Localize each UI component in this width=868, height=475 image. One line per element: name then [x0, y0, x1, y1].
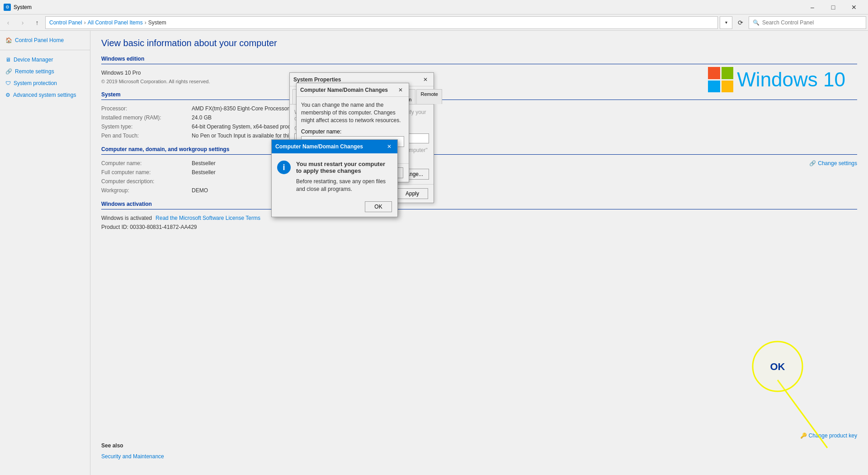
system-section-header: System	[101, 91, 857, 100]
see-also-section: See also Security and Maintenance	[101, 442, 164, 461]
name-changes-title-bar: Computer Name/Domain Changes ✕	[297, 83, 409, 97]
refresh-button[interactable]: ⟳	[734, 16, 747, 29]
sidebar-item-advanced-settings[interactable]: ⚙ Advanced system settings	[0, 89, 90, 101]
processor-row: Processor: AMD FX(tm)-8350 Eight-Core Pr…	[101, 105, 857, 112]
page-title: View basic information about your comput…	[101, 38, 857, 48]
workgroup-label: Workgroup:	[101, 187, 192, 194]
activation-section-header: Windows activation	[101, 201, 857, 209]
sidebar-system-protection-label: System protection	[14, 80, 57, 86]
workgroup-value: DEMO	[192, 187, 208, 194]
sys-props-title: System Properties	[293, 76, 341, 83]
home-icon: 🏠	[5, 37, 12, 43]
computer-name-row: Computer name: Bestseller	[101, 160, 857, 166]
workgroup-row: Workgroup: DEMO	[101, 187, 857, 194]
sidebar-device-manager-label: Device Manager	[14, 57, 53, 63]
change-settings-icon: 🔗	[809, 160, 816, 166]
change-product-key-link[interactable]: 🔑 Change product key	[800, 432, 857, 439]
name-changes-title: Computer Name/Domain Changes	[300, 87, 388, 93]
forward-button[interactable]: ›	[16, 16, 29, 29]
sidebar-advanced-settings-label: Advanced system settings	[13, 92, 76, 98]
see-also-title: See also	[101, 442, 164, 449]
alert-text-block: You must restart your computer to apply …	[296, 161, 392, 193]
breadcrumb-control-panel[interactable]: Control Panel	[49, 19, 82, 26]
change-product-key-area: 🔑 Change product key	[800, 432, 857, 439]
processor-label: Processor:	[101, 105, 192, 112]
back-button[interactable]: ‹	[2, 16, 14, 29]
maximize-button[interactable]: □	[823, 0, 844, 14]
computer-name-label: Computer name:	[101, 160, 192, 166]
copyright-text: © 2019 Microsoft Corporation. All rights…	[101, 79, 210, 84]
pen-touch-label: Pen and Touch:	[101, 133, 192, 139]
sys-props-apply-btn[interactable]: Apply	[396, 188, 428, 199]
windows-10-text: Windows 10	[737, 68, 845, 91]
computer-name-section-header: Computer name, domain, and workgroup set…	[101, 146, 857, 155]
window-icon: ⚙	[4, 4, 11, 11]
computer-name-value: Bestseller	[192, 160, 216, 166]
remote-settings-icon: 🔗	[5, 68, 12, 75]
address-bar: ‹ › ↑ Control Panel › All Control Panel …	[0, 14, 868, 31]
alert-footer: OK	[272, 199, 397, 217]
sidebar-item-device-manager[interactable]: 🖥 Device Manager	[0, 54, 90, 66]
key-icon: 🔑	[800, 432, 807, 439]
breadcrumb-system: System	[148, 19, 166, 26]
alert-body: i You must restart your computer to appl…	[272, 153, 397, 199]
computer-description-label: Computer description:	[101, 178, 192, 185]
sidebar-item-system-protection[interactable]: 🛡 System protection	[0, 77, 90, 89]
alert-dialog: Computer Name/Domain Changes ✕ i You mus…	[271, 139, 398, 217]
search-input[interactable]	[762, 19, 862, 26]
system-type-row: System type: 64-bit Operating System, x6…	[101, 124, 857, 130]
content-area: View basic information about your comput…	[90, 31, 868, 475]
ram-label: Installed memory (RAM):	[101, 114, 192, 121]
change-product-key-label: Change product key	[809, 432, 857, 439]
up-button[interactable]: ↑	[31, 16, 43, 29]
sidebar-separator	[0, 50, 90, 50]
sidebar: 🏠 Control Panel Home 🖥 Device Manager 🔗 …	[0, 31, 90, 475]
ram-value: 24.0 GB	[192, 114, 212, 121]
alert-sub-message: Before restarting, save any open files a…	[296, 178, 392, 193]
alert-info-icon: i	[277, 161, 291, 174]
tab-remote[interactable]: Remote	[416, 89, 442, 104]
system-type-value: 64-bit Operating System, x64-based proce…	[192, 124, 304, 130]
window-title: System	[14, 4, 32, 10]
name-changes-description: You can change the name and the membersh…	[301, 101, 404, 124]
ram-row: Installed memory (RAM): 24.0 GB	[101, 114, 857, 121]
sys-props-close-btn[interactable]: ✕	[421, 75, 430, 84]
logo-sq-2	[722, 67, 734, 79]
search-box: 🔍	[749, 16, 866, 29]
dropdown-button[interactable]: ▾	[720, 16, 732, 29]
advanced-settings-icon: ⚙	[5, 92, 10, 98]
title-bar-controls: – □ ✕	[802, 0, 864, 14]
product-id-row: Product ID: 00330-80831-41872-AA429	[101, 224, 857, 230]
breadcrumb: Control Panel › All Control Panel Items …	[45, 16, 718, 29]
license-link[interactable]: Read the Microsoft Software License Term…	[156, 215, 260, 221]
windows-edition-header: Windows edition	[101, 56, 857, 64]
minimize-button[interactable]: –	[802, 0, 823, 14]
alert-title-bar: Computer Name/Domain Changes ✕	[272, 140, 397, 153]
full-computer-name-row: Full computer name: Bestseller	[101, 169, 857, 176]
activation-row: Windows is activated Read the Microsoft …	[101, 215, 857, 221]
alert-title: Computer Name/Domain Changes	[275, 143, 363, 150]
sidebar-home-link[interactable]: 🏠 Control Panel Home	[0, 34, 90, 46]
sidebar-item-remote-settings[interactable]: 🔗 Remote settings	[0, 66, 90, 77]
close-button[interactable]: ✕	[844, 0, 864, 14]
alert-ok-btn[interactable]: OK	[365, 201, 392, 212]
security-maintenance-link[interactable]: Security and Maintenance	[101, 451, 164, 461]
os-name: Windows 10 Pro	[101, 70, 141, 76]
full-computer-name-label: Full computer name:	[101, 169, 192, 176]
alert-main-message: You must restart your computer to apply …	[296, 161, 392, 174]
name-changes-close-btn[interactable]: ✕	[396, 86, 405, 95]
search-icon: 🔍	[753, 19, 760, 26]
logo-sq-4	[722, 81, 734, 93]
change-settings-label: Change settings	[818, 160, 857, 166]
full-computer-name-value: Bestseller	[192, 169, 216, 176]
breadcrumb-all-items[interactable]: All Control Panel Items	[88, 19, 143, 26]
product-id-value: Product ID: 00330-80831-41872-AA429	[101, 224, 197, 230]
logo-sq-3	[708, 81, 720, 93]
change-settings-link[interactable]: 🔗 Change settings	[809, 160, 857, 166]
windows-logo-squares	[708, 67, 733, 92]
pen-touch-row: Pen and Touch: No Pen or Touch Input is …	[101, 133, 857, 139]
activation-text: Windows is activated	[101, 215, 152, 221]
computer-name-field-label: Computer name:	[301, 128, 404, 135]
alert-close-btn[interactable]: ✕	[385, 142, 394, 151]
computer-description-row: Computer description:	[101, 178, 857, 185]
